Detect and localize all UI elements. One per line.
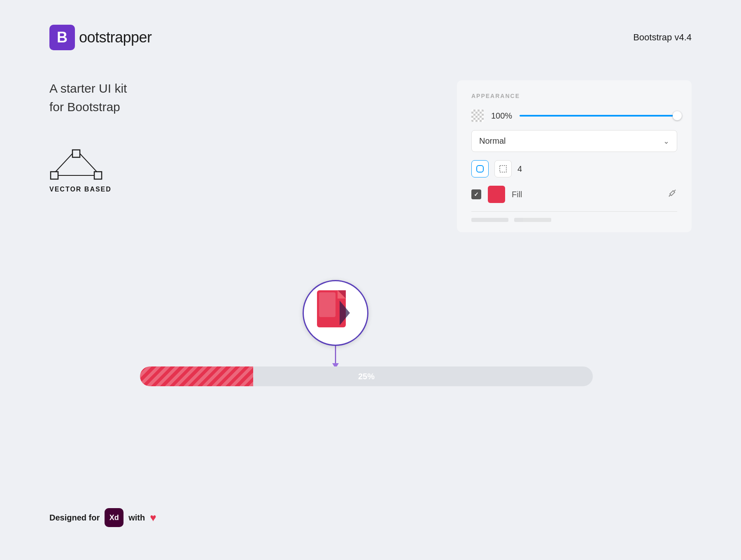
app-name: ootstrapper	[79, 29, 152, 46]
svg-line-8	[669, 195, 670, 196]
heart-icon: ♥	[150, 511, 156, 524]
zoom-and-bar: 25%	[140, 280, 634, 386]
connector-area	[327, 346, 344, 369]
appearance-title: APPEARANCE	[471, 93, 677, 99]
faded-box-2	[514, 218, 551, 222]
faded-hint-row	[471, 218, 677, 222]
zoom-circle	[303, 280, 368, 346]
fill-label: Fill	[512, 190, 661, 199]
page-wrapper: B ootstrapper Bootstrap v4.4 A starter U…	[0, 0, 741, 560]
progress-stripes	[140, 366, 253, 386]
blend-mode-dropdown[interactable]: Normal ⌄	[471, 130, 677, 152]
svg-rect-0	[72, 150, 80, 157]
blend-mode-value: Normal	[479, 136, 506, 146]
checkerboard-icon	[471, 110, 484, 122]
footer: Designed for Xd with ♥	[49, 508, 156, 527]
corner-sharp-button[interactable]	[494, 160, 512, 177]
fill-checkbox[interactable]	[471, 189, 481, 199]
svg-rect-12	[319, 292, 336, 317]
corner-radius-value: 4	[517, 164, 522, 174]
progress-fill	[140, 366, 253, 386]
progress-text: 25%	[358, 372, 375, 381]
opacity-value: 100%	[491, 111, 512, 121]
appearance-panel: APPEARANCE 100% Normal ⌄	[457, 80, 692, 232]
logo-area: B ootstrapper	[49, 25, 152, 50]
vector-icon	[49, 149, 103, 180]
svg-line-1	[56, 154, 72, 172]
file-icon	[313, 288, 358, 338]
faded-box-1	[471, 218, 508, 222]
svg-rect-3	[51, 172, 58, 179]
fill-color-swatch[interactable]	[488, 186, 505, 203]
corner-radius-row: 4	[471, 160, 677, 177]
xd-badge: Xd	[105, 508, 124, 527]
version-label: Bootstrap v4.4	[633, 32, 692, 43]
progress-area: 25%	[140, 280, 634, 386]
chevron-down-icon: ⌄	[663, 137, 669, 146]
svg-rect-7	[500, 166, 506, 172]
slider-thumb[interactable]	[673, 111, 682, 120]
svg-line-2	[80, 154, 97, 172]
fill-row: Fill	[471, 186, 677, 203]
with-text: with	[128, 513, 145, 523]
opacity-slider[interactable]	[520, 115, 677, 117]
svg-rect-4	[94, 172, 102, 179]
corner-sharp-icon	[499, 164, 508, 173]
corner-round-button[interactable]	[471, 160, 489, 177]
header: B ootstrapper Bootstrap v4.4	[0, 0, 741, 50]
opacity-row: 100%	[471, 110, 677, 122]
connector-icon	[327, 346, 344, 369]
panel-divider	[471, 211, 677, 212]
designed-for-text: Designed for	[49, 513, 100, 523]
bar-row: 25%	[140, 366, 634, 386]
progress-bar-container: 25%	[140, 366, 593, 386]
svg-rect-6	[477, 166, 483, 172]
corner-round-icon	[475, 164, 485, 173]
logo-icon: B	[49, 25, 75, 50]
eyedropper-icon[interactable]	[667, 188, 677, 201]
